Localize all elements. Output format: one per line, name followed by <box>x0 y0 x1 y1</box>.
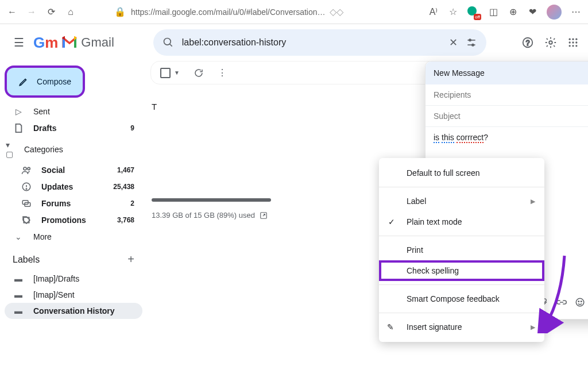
menu-smart-compose-feedback[interactable]: Smart Compose feedback <box>379 288 544 309</box>
svg-point-24 <box>28 167 30 170</box>
compose-title: New Message <box>434 68 485 78</box>
back-icon[interactable]: ← <box>7 7 17 17</box>
label-icon: ▬ <box>13 306 24 315</box>
clear-search-icon[interactable]: ✕ <box>449 36 458 49</box>
svg-point-22 <box>575 45 577 47</box>
sidebar-label: More <box>33 232 52 241</box>
address-bar[interactable]: 🔒 https://mail.google.com/mail/u/0/#labe… <box>108 5 349 20</box>
open-storage-icon[interactable] <box>260 211 268 220</box>
menu-default-fullscreen[interactable]: Default to full screen <box>379 163 544 183</box>
labels-section-header: Labels + <box>5 245 142 271</box>
search-options-icon[interactable] <box>466 37 477 48</box>
label-text: [Imap]/Sent <box>33 290 75 299</box>
favorite-icon[interactable]: ☆ <box>448 7 458 17</box>
svg-point-16 <box>575 39 577 40</box>
label-icon: ▬ <box>13 290 24 299</box>
svg-line-6 <box>169 44 172 47</box>
body-word: this <box>442 133 454 143</box>
browser-toolbar: ← → ⟳ ⌂ 🔒 https://mail.google.com/mail/u… <box>0 0 588 24</box>
menu-icon[interactable]: ☰ <box>9 31 29 54</box>
drafts-icon <box>13 123 24 133</box>
menu-check-spelling[interactable]: Check spelling <box>379 260 544 281</box>
link-icon[interactable] <box>555 299 568 306</box>
svg-point-17 <box>569 41 571 43</box>
sidebar-label: Promotions <box>41 215 86 225</box>
menu-print[interactable]: Print <box>379 240 544 260</box>
search-box[interactable]: ✕ <box>153 29 486 56</box>
gmail-brand-text: Gmail <box>81 35 114 50</box>
sent-icon: ▷ <box>13 107 24 116</box>
pen-icon: ✎ <box>387 322 394 332</box>
chevron-right-icon: ▶ <box>531 324 535 331</box>
sidebar-count: 3,768 <box>117 216 134 224</box>
select-all-checkbox[interactable]: ▼ <box>160 68 180 78</box>
sync-icon[interactable]: ◇◇ <box>331 7 342 17</box>
check-icon: ✓ <box>388 217 395 226</box>
body-word-misspelled: corrrect <box>457 133 483 143</box>
svg-point-10 <box>472 44 474 46</box>
wellness-icon[interactable]: ❤ <box>527 7 537 17</box>
svg-point-13 <box>549 41 552 44</box>
support-icon[interactable]: ? <box>521 36 534 49</box>
compose-button[interactable]: Compose <box>5 66 85 98</box>
sidebar-item-updates[interactable]: Updates 25,438 <box>5 178 142 195</box>
home-icon[interactable]: ⌂ <box>65 7 76 17</box>
collections-icon[interactable]: ⊕ <box>508 7 518 17</box>
chevron-down-icon: ⌄ <box>13 232 24 241</box>
menu-label[interactable]: Label▶ <box>379 191 544 211</box>
sidebar-item-promotions[interactable]: Promotions 3,768 <box>5 211 142 229</box>
svg-text:?: ? <box>526 39 530 47</box>
svg-point-27 <box>26 188 27 190</box>
sidebar-item-social[interactable]: Social 1,467 <box>5 162 142 178</box>
forward-icon: → <box>26 7 37 17</box>
url-text: https://mail.google.com/mail/u/0/#label/… <box>131 7 326 17</box>
split-icon[interactable]: ◫ <box>488 7 498 17</box>
chevron-right-icon: ▶ <box>531 198 535 205</box>
label-item-imap-sent[interactable]: ▬ [Imap]/Sent <box>5 287 142 303</box>
menu-insert-signature[interactable]: ✎Insert signature▶ <box>379 317 544 337</box>
more-icon[interactable]: ⋯ <box>571 7 581 17</box>
search-input[interactable] <box>182 37 441 48</box>
extension-icon[interactable]: off <box>467 6 479 18</box>
recipients-field[interactable]: Recipients <box>425 84 588 106</box>
menu-plain-text[interactable]: ✓Plain text mode <box>379 211 544 232</box>
subject-field[interactable]: Subject <box>425 106 588 127</box>
apps-icon[interactable] <box>567 37 579 48</box>
emoji-icon[interactable] <box>574 297 586 307</box>
scrollbar-track[interactable] <box>152 198 271 202</box>
truncated-row: T <box>152 102 157 111</box>
sidebar-item-forums[interactable]: Forums 2 <box>5 195 142 211</box>
sidebar-item-categories[interactable]: ▾ ▢ Categories <box>5 137 142 162</box>
sidebar-label: Sent <box>33 107 50 116</box>
profile-avatar[interactable] <box>547 5 562 20</box>
sidebar-count: 2 <box>130 199 134 207</box>
read-aloud-icon[interactable]: A⁾ <box>428 7 439 17</box>
svg-point-21 <box>572 45 574 47</box>
more-mail-icon[interactable]: ⋮ <box>218 67 227 78</box>
add-label-icon[interactable]: + <box>127 253 134 266</box>
svg-point-18 <box>572 41 574 43</box>
sidebar-label: Forums <box>41 199 71 208</box>
label-item-conversation-history[interactable]: ▬ Conversation History <box>5 303 142 319</box>
label-icon: ▬ <box>13 274 24 283</box>
sidebar-label: Categories <box>24 145 63 154</box>
label-item-imap-drafts[interactable]: ▬ [Imap]/Drafts <box>5 271 142 287</box>
sidebar-item-sent[interactable]: ▷ Sent <box>5 103 142 120</box>
refresh-icon[interactable]: ⟳ <box>46 7 56 17</box>
labels-title: Labels <box>13 255 40 265</box>
label-text: Conversation History <box>33 306 115 315</box>
label-text: [Imap]/Drafts <box>33 274 79 283</box>
settings-icon[interactable] <box>544 36 557 49</box>
sidebar-item-drafts[interactable]: Drafts 9 <box>5 120 142 137</box>
search-icon <box>163 37 174 48</box>
more-options-menu: Default to full screen Label▶ ✓Plain tex… <box>379 158 544 342</box>
sidebar-count: 25,438 <box>113 183 134 191</box>
svg-point-14 <box>569 39 571 40</box>
sidebar-item-more[interactable]: ⌄ More <box>5 229 142 245</box>
svg-point-38 <box>578 301 579 302</box>
refresh-mail-icon[interactable] <box>194 68 204 78</box>
chevron-down-icon: ▾ ▢ <box>6 140 17 159</box>
gmail-logo[interactable]: Gm Gmail <box>33 34 114 52</box>
compose-header[interactable]: New Message ─ ⤢ ✕ <box>425 61 588 84</box>
svg-point-9 <box>469 39 471 41</box>
